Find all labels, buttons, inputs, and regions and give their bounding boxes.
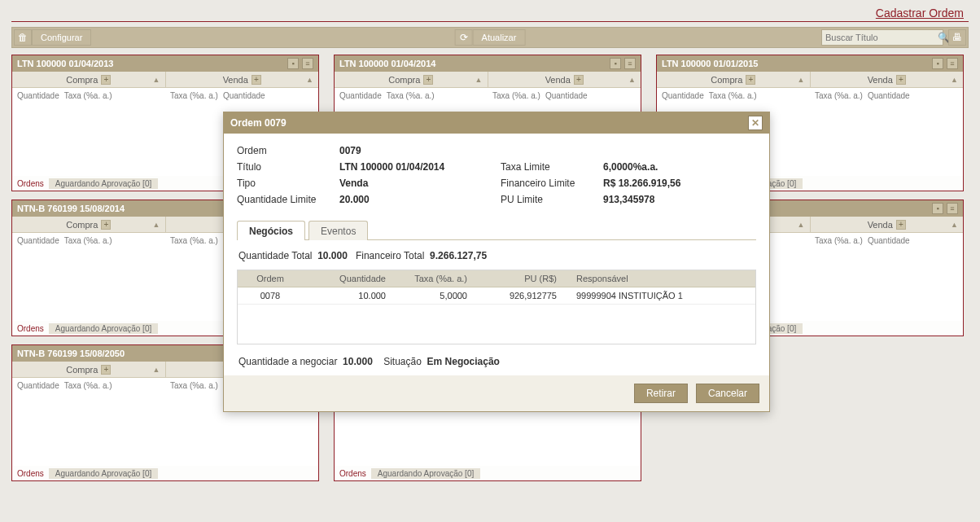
panel-menu-icon[interactable]: ≡ — [947, 58, 958, 69]
close-icon[interactable]: ✕ — [748, 116, 763, 130]
col-quantidade: Quantidade — [17, 381, 59, 390]
table-row[interactable]: 0078 10.000 5,0000 926,912775 99999904 I… — [238, 287, 755, 305]
panel-title: LTN 100000 01/04/2013 — [17, 59, 287, 68]
ordens-label: Ordens — [12, 469, 49, 478]
negociar-label: Quantidade a negociar — [238, 356, 337, 367]
k-titulo: Título — [237, 161, 333, 173]
k-taxa-lim: Taxa Limite — [501, 161, 597, 173]
tab-negocios[interactable]: Negócios — [237, 221, 305, 240]
col-quantidade: Quantidade — [339, 91, 382, 100]
register-order-link[interactable]: Cadastrar Ordem — [876, 7, 964, 20]
chevron-up-icon[interactable]: ▲ — [153, 221, 160, 229]
chevron-up-icon[interactable]: ▲ — [798, 76, 805, 84]
col-quantidade: Quantidade — [662, 91, 704, 100]
k-tipo: Tipo — [237, 178, 333, 189]
chevron-up-icon[interactable]: ▲ — [306, 76, 313, 84]
cell-ordem: 0078 — [238, 287, 303, 304]
th-quantidade: Quantidade — [303, 270, 392, 287]
col-taxa: Taxa (%a. a.) — [492, 91, 540, 100]
v-fin-lim: R$ 18.266.919,56 — [603, 178, 756, 189]
col-taxa: Taxa (%a. a.) — [709, 91, 757, 100]
col-quantidade: Quantidade — [223, 91, 265, 100]
plus-icon[interactable]: + — [252, 75, 261, 85]
refresh-button[interactable]: Atualizar — [473, 29, 526, 46]
k-ordem: Ordem — [237, 145, 333, 156]
col-taxa: Taxa (%a. a.) — [170, 91, 218, 100]
chevron-up-icon[interactable]: ▲ — [951, 76, 958, 84]
plus-icon[interactable]: + — [746, 75, 755, 85]
cancelar-button[interactable]: Cancelar — [696, 384, 759, 403]
modal-title-text: Ordem 0079 — [230, 117, 287, 129]
th-responsavel: Responsável — [563, 270, 755, 287]
v-tipo: Venda — [339, 178, 494, 189]
configure-button[interactable]: Configurar — [32, 29, 91, 46]
col-quantidade: Quantidade — [17, 91, 59, 100]
ordens-label: Ordens — [335, 469, 371, 478]
cell-taxa: 5,0000 — [392, 287, 474, 304]
search-input[interactable] — [825, 33, 938, 42]
compra-header[interactable]: Compra+▲ — [12, 217, 166, 232]
print-icon[interactable]: 🖶 — [948, 29, 966, 46]
panel-menu-icon[interactable]: ≡ — [947, 203, 958, 214]
tab-eventos[interactable]: Eventos — [308, 221, 368, 240]
th-taxa: Taxa (%a. a.) — [392, 270, 474, 287]
panel-minimize-icon[interactable]: ▪ — [610, 58, 621, 69]
panel-menu-icon[interactable]: ≡ — [624, 58, 636, 69]
plus-icon[interactable]: + — [574, 75, 584, 85]
venda-header[interactable]: Venda+▲ — [488, 72, 641, 87]
order-modal: Ordem 0079 ✕ Ordem 0079 Título LTN 10000… — [223, 112, 770, 412]
v-titulo: LTN 100000 01/04/2014 — [339, 161, 494, 173]
col-taxa: Taxa (%a. a.) — [815, 236, 863, 245]
summary-qt-label: Quantidade Total — [238, 250, 313, 261]
status-badge[interactable]: Aguardando Aprovação [0] — [49, 178, 158, 189]
negocios-table: Ordem Quantidade Taxa (%a. a.) PU (R$) R… — [237, 270, 756, 344]
plus-icon[interactable]: + — [101, 220, 111, 230]
plus-icon[interactable]: + — [896, 220, 906, 230]
chevron-up-icon[interactable]: ▲ — [798, 221, 805, 229]
status-badge[interactable]: Aguardando Aprovação [0] — [371, 468, 480, 479]
col-taxa: Taxa (%a. a.) — [170, 236, 218, 245]
panel-minimize-icon[interactable]: ▪ — [932, 203, 943, 214]
plus-icon[interactable]: + — [101, 75, 111, 85]
toolbar: 🗑 Configurar ⟳ Atualizar 🔍 🖶 — [11, 27, 969, 48]
venda-header[interactable]: Venda+▲ — [166, 72, 319, 87]
status-badge[interactable]: Aguardando Aprovação [0] — [49, 323, 158, 334]
situacao-label: Situação — [383, 356, 422, 367]
trash-icon[interactable]: 🗑 — [14, 29, 32, 46]
panel-minimize-icon[interactable]: ▪ — [287, 58, 299, 69]
ordens-label: Ordens — [12, 179, 49, 188]
chevron-up-icon[interactable]: ▲ — [628, 76, 636, 84]
chevron-up-icon[interactable]: ▲ — [153, 76, 160, 84]
plus-icon[interactable]: + — [101, 365, 111, 375]
col-quantidade: Quantidade — [868, 91, 910, 100]
modal-titlebar: Ordem 0079 ✕ — [224, 112, 769, 134]
compra-header[interactable]: Compra+▲ — [335, 72, 488, 87]
v-taxa-lim: 6,0000%a.a. — [603, 161, 756, 173]
status-badge[interactable]: Aguardando Aprovação [0] — [49, 468, 158, 479]
refresh-icon[interactable]: ⟳ — [455, 29, 473, 46]
col-taxa: Taxa (%a. a.) — [64, 91, 112, 100]
summary-fin-label: Financeiro Total — [356, 250, 425, 261]
panel-minimize-icon[interactable]: ▪ — [932, 58, 943, 69]
compra-header[interactable]: Compra+▲ — [657, 72, 811, 87]
k-fin-lim: Financeiro Limite — [501, 178, 597, 189]
chevron-up-icon[interactable]: ▲ — [153, 366, 160, 374]
chevron-up-icon[interactable]: ▲ — [951, 221, 958, 229]
plus-icon[interactable]: + — [423, 75, 433, 85]
col-taxa: Taxa (%a. a.) — [64, 381, 112, 390]
venda-header[interactable]: Venda+▲ — [811, 217, 964, 232]
situacao-val: Em Negociação — [427, 356, 500, 367]
retirar-button[interactable]: Retirar — [634, 384, 688, 403]
chevron-up-icon[interactable]: ▲ — [475, 76, 483, 84]
panel-menu-icon[interactable]: ≡ — [302, 58, 313, 69]
compra-header[interactable]: Compra+▲ — [12, 72, 166, 87]
search-input-container[interactable]: 🔍 — [821, 29, 943, 46]
k-qtd-lim: Quantidade Limite — [237, 194, 333, 205]
col-quantidade: Quantidade — [17, 236, 59, 245]
plus-icon[interactable]: + — [896, 75, 906, 85]
cell-quantidade: 10.000 — [303, 287, 392, 304]
col-quantidade: Quantidade — [545, 91, 588, 100]
compra-header[interactable]: Compra+▲ — [12, 362, 166, 377]
th-ordem: Ordem — [238, 270, 303, 287]
venda-header[interactable]: Venda+▲ — [811, 72, 964, 87]
